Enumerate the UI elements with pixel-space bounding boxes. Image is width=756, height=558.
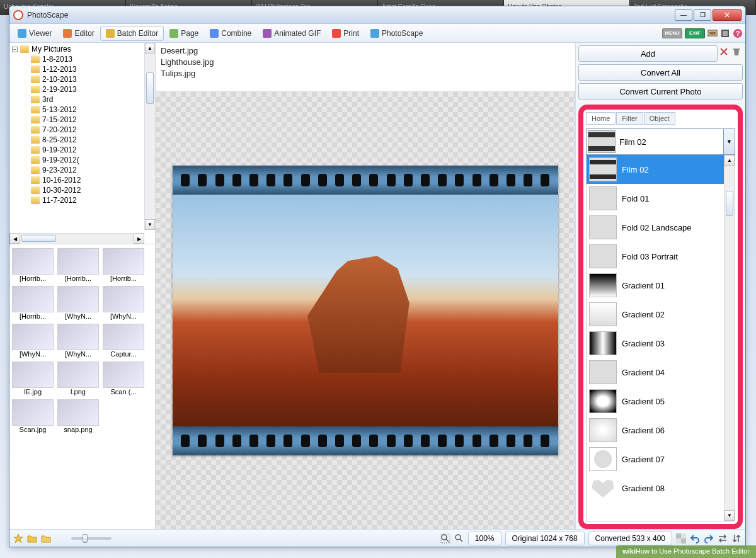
swap-horizontal-icon[interactable] (718, 533, 728, 544)
thumbnail-browser[interactable]: [Horrib...[Horrib...[Horrib...[Horrib...… (9, 244, 155, 529)
help-icon[interactable]: ? (733, 28, 743, 38)
toolbar-tab-animated-gif[interactable]: Animated GIF (257, 26, 326, 41)
toolbar-tab-photoscape[interactable]: PhotoScape (365, 26, 428, 41)
thumbnail-item[interactable]: [Horrib... (12, 248, 54, 282)
frame-option[interactable]: Gradient 08 (587, 474, 735, 503)
thumbnail-item[interactable]: IE.jpg (12, 362, 54, 396)
thumbnail-item[interactable]: [WhyN... (12, 324, 54, 358)
tree-folder-item[interactable]: 5-13-2012 (31, 105, 152, 115)
frame-option[interactable]: Gradient 06 (587, 416, 735, 445)
thumbnail-label: [Horrib... (103, 275, 144, 282)
thumbnail-item[interactable]: [WhyN... (57, 324, 99, 358)
tree-folder-item[interactable]: 9-23-2012 (31, 165, 152, 175)
menu-badge[interactable]: MENU (662, 28, 682, 38)
zoom-level[interactable]: 100% (468, 532, 501, 545)
tree-folder-item[interactable]: 7-20-2012 (31, 125, 152, 135)
thumbnail-item[interactable]: Scan.jpg (12, 399, 54, 433)
toolbar-tab-page[interactable]: Page (164, 26, 204, 41)
zoom-icon[interactable] (454, 533, 464, 544)
redo-icon[interactable] (704, 533, 714, 544)
add-button[interactable]: Add (578, 45, 718, 62)
tree-folder-item[interactable]: 9-19-2012 (31, 145, 152, 155)
toolbar-tab-combine[interactable]: Combine (204, 26, 257, 41)
thumbnail-item[interactable]: [Horrib... (103, 248, 144, 282)
minimize-button[interactable]: — (675, 9, 692, 21)
frame-dropdown[interactable]: Film 02 ▼ (586, 128, 735, 155)
folder-open-icon[interactable] (41, 533, 51, 544)
film-icon[interactable] (720, 28, 730, 38)
frame-option[interactable]: Gradient 01 (587, 271, 735, 300)
batch-file-item[interactable]: Lighthouse.jpg (161, 57, 570, 68)
checker-icon[interactable] (676, 533, 686, 544)
folder-icon (31, 126, 40, 134)
collapse-icon[interactable]: − (12, 47, 18, 52)
swap-vertical-icon[interactable] (731, 533, 742, 544)
frame-option[interactable]: Gradient 04 (587, 358, 735, 387)
tree-folder-item[interactable]: 3rd (31, 94, 152, 105)
sub-tab-filter[interactable]: Filter (616, 112, 643, 125)
toolbar-tab-editor[interactable]: Editor (57, 26, 100, 41)
tree-folder-item[interactable]: 7-15-2012 (31, 115, 152, 125)
delete-icon[interactable] (719, 47, 729, 57)
frame-option[interactable]: Fold 01 (587, 184, 735, 213)
tree-horizontal-scrollbar[interactable]: ◀▶ (9, 233, 144, 244)
frame-option[interactable]: Film 02 (587, 155, 735, 184)
tree-folder-item[interactable]: 2-19-2013 (31, 84, 152, 94)
convert-all-button[interactable]: Convert All (578, 64, 743, 81)
thumbnail-item[interactable]: [Horrib... (12, 286, 54, 320)
tv-icon[interactable] (707, 28, 718, 38)
frame-option[interactable]: Fold 02 Landscape (587, 213, 735, 242)
trash-icon[interactable] (731, 47, 742, 57)
undo-icon[interactable] (690, 533, 700, 544)
tree-folder-item[interactable]: 1-8-2013 (31, 54, 152, 64)
toolbar-tab-batch-editor[interactable]: Batch Editor (100, 26, 164, 41)
module-icon (332, 29, 341, 38)
batch-file-item[interactable]: Desert.jpg (161, 45, 570, 57)
tree-folder-item[interactable]: 10-30-2012 (31, 185, 152, 195)
folder-star-icon[interactable] (27, 533, 37, 544)
tree-folder-item[interactable]: 8-25-2012 (31, 135, 152, 145)
tree-folder-item[interactable]: 2-10-2013 (31, 74, 152, 84)
thumbnail-item[interactable]: snap.png (57, 399, 99, 433)
convert-current-button[interactable]: Convert Current Photo (578, 83, 743, 100)
zoom-fit-icon[interactable] (440, 533, 450, 544)
frame-option[interactable]: Fold 03 Portrait (587, 242, 735, 271)
converted-size-label: Converted 533 x 400 (588, 532, 672, 545)
photo-content (173, 195, 558, 426)
sub-tab-object[interactable]: Object (644, 112, 675, 125)
frame-option[interactable]: Gradient 03 (587, 329, 735, 358)
tree-folder-item[interactable]: 11-7-2012 (31, 195, 152, 205)
folder-tree[interactable]: − My Pictures 1-8-20131-12-20132-10-2013… (9, 43, 155, 244)
frame-list[interactable]: Film 02Fold 01Fold 02 LandscapeFold 03 P… (586, 155, 735, 521)
tree-vertical-scrollbar[interactable]: ▲▼ (144, 43, 155, 230)
star-icon[interactable] (13, 533, 23, 544)
tree-folder-item[interactable]: 9-19-2012( (31, 155, 152, 165)
thumbnail-item[interactable]: [WhyN... (103, 286, 144, 320)
maximize-button[interactable]: ❐ (694, 9, 711, 21)
thumbnail-size-slider[interactable] (71, 537, 112, 540)
thumbnail-item[interactable]: l.png (57, 362, 99, 396)
batch-file-list[interactable]: Desert.jpgLighthouse.jpgTulips.jpg (156, 43, 575, 92)
batch-file-item[interactable]: Tulips.jpg (161, 68, 570, 79)
tree-folder-item[interactable]: 1-12-2013 (31, 64, 152, 74)
frame-swatch (589, 273, 617, 297)
exif-badge[interactable]: EXIF (685, 28, 705, 38)
toolbar-tab-viewer[interactable]: Viewer (12, 26, 57, 41)
folder-icon (20, 45, 29, 53)
tree-folder-item[interactable]: 10-16-2012 (31, 175, 152, 185)
tree-root-item[interactable]: − My Pictures (12, 44, 152, 54)
frame-option[interactable]: Gradient 05 (587, 387, 735, 416)
thumbnail-item[interactable]: Captur... (103, 324, 144, 358)
toolbar-tab-print[interactable]: Print (326, 26, 365, 41)
thumbnail-item[interactable]: [Horrib... (57, 248, 99, 282)
chevron-down-icon[interactable]: ▼ (723, 129, 735, 154)
thumbnail-item[interactable]: Scan (... (103, 362, 144, 396)
frame-list-scrollbar[interactable]: ▲▼ (724, 155, 735, 521)
frame-option[interactable]: Gradient 07 (587, 445, 735, 474)
toolbar-tab-label: Viewer (29, 29, 52, 38)
frame-option[interactable]: Gradient 02 (587, 300, 735, 329)
close-button[interactable]: ✕ (713, 9, 742, 21)
thumbnail-item[interactable]: [WhyN... (57, 286, 99, 320)
right-sub-tabs: HomeFilterObject (586, 112, 735, 125)
sub-tab-home[interactable]: Home (586, 112, 616, 125)
